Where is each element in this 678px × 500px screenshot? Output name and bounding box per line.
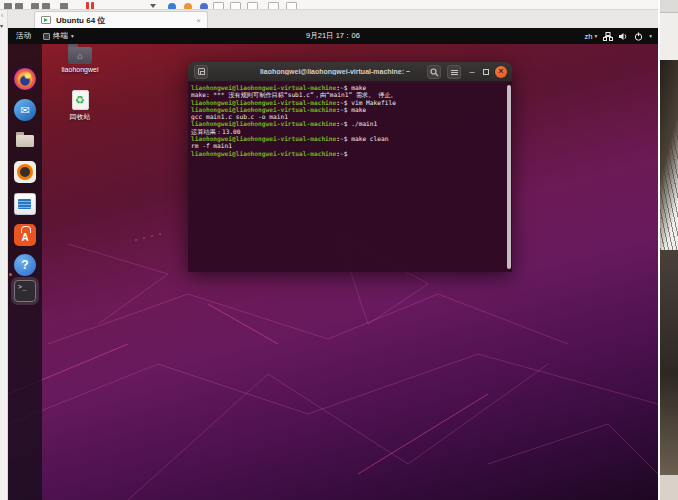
dock-item-thunderbird-icon[interactable] — [14, 99, 36, 121]
input-language-indicator[interactable]: zh ▾ — [585, 32, 598, 41]
terminal-body[interactable]: liaohongwei@liaohongwei-virtual-machine:… — [188, 82, 512, 272]
new-tab-button[interactable] — [194, 65, 208, 79]
desktop-icon-label: 回收站 — [52, 112, 108, 122]
terminal-line: liaohongwei@liaohongwei-virtual-machine:… — [191, 106, 502, 113]
screen: ‹ ▾ Ubuntu 64 位 × — [0, 0, 678, 500]
vm-screen: 活动 终端 ▾ 9月21日 17：06 zh ▾ — [8, 28, 658, 500]
minimize-button[interactable]: – — [467, 69, 477, 75]
toolbar-icon[interactable] — [42, 3, 50, 10]
terminal-line: rm -f main1 — [191, 142, 502, 149]
host-wallpaper-strip — [658, 0, 678, 500]
tab-ubuntu-64[interactable]: Ubuntu 64 位 × — [34, 11, 208, 28]
clock-label: 9月21日 17：06 — [306, 31, 360, 40]
layout-icon[interactable] — [213, 2, 224, 10]
dock-item-software-icon[interactable] — [14, 224, 36, 246]
dock-item-files-icon[interactable] — [14, 129, 36, 151]
gnome-top-bar: 活动 终端 ▾ 9月21日 17：06 zh ▾ — [8, 28, 658, 44]
toolbar-icon[interactable] — [15, 3, 23, 10]
hamburger-menu-icon — [450, 68, 459, 77]
terminal-app-icon — [43, 33, 50, 40]
toolbar-icon[interactable] — [31, 3, 39, 10]
terminal-line: gcc main1.c sub.c -o main1 — [191, 113, 502, 120]
running-indicator-dot — [9, 273, 12, 276]
vmware-side-strip: ‹ ▾ — [0, 10, 8, 500]
caret-down-icon: ▾ — [594, 33, 597, 39]
dock-item-terminal-icon[interactable] — [14, 280, 36, 302]
tab-title: Ubuntu 64 位 — [56, 15, 105, 26]
terminal-line: liaohongwei@liaohongwei-virtual-machine:… — [191, 99, 502, 106]
tab-close-icon[interactable]: × — [196, 16, 201, 25]
photo-light-region — [660, 475, 678, 500]
home-folder-icon — [67, 44, 93, 64]
app-menu-label: 终端 — [53, 31, 68, 41]
vmware-toolbar — [0, 0, 658, 10]
pause-icon[interactable] — [91, 2, 94, 10]
fullscreen-icon[interactable] — [268, 2, 279, 10]
network-icon — [603, 32, 613, 41]
vm-monitor-icon — [41, 16, 51, 24]
search-button[interactable] — [427, 65, 441, 79]
layout-icon[interactable] — [247, 2, 258, 10]
toolbar-icon[interactable] — [184, 3, 192, 10]
layout-icon[interactable] — [230, 2, 241, 10]
trash-icon — [72, 90, 89, 110]
toolbar-icon[interactable] — [168, 3, 176, 10]
terminal-line: 运算结果：13.00 — [191, 128, 502, 135]
photo-dark-region — [660, 250, 678, 475]
terminal-scrollbar[interactable] — [507, 85, 511, 269]
dock-item-rhythmbox-icon[interactable] — [14, 161, 36, 183]
dock — [8, 44, 42, 500]
caret-down-icon[interactable]: ▾ — [0, 22, 3, 29]
menu-button[interactable] — [447, 65, 461, 79]
dock-item-firefox-icon[interactable] — [14, 68, 36, 90]
caret-down-icon[interactable] — [150, 4, 156, 8]
scroll-left-icon[interactable]: ‹ — [1, 12, 3, 19]
terminal-line: liaohongwei@liaohongwei-virtual-machine:… — [191, 150, 502, 157]
desktop-icon-home-folder[interactable]: liaohongwei — [52, 44, 108, 73]
dock-item-help-icon[interactable] — [14, 254, 36, 276]
app-menu-terminal[interactable]: 终端 ▾ — [37, 28, 80, 44]
clock[interactable]: 9月21日 17：06 — [8, 31, 658, 41]
dock-item-writer-icon[interactable] — [14, 193, 36, 215]
power-icon — [634, 32, 643, 41]
terminal-line: make: *** 没有规则可制作目标“sub1.c”，由“main1” 需求。… — [191, 91, 502, 98]
terminal-titlebar[interactable]: liaohongwei@liaohongwei-virtual-machine:… — [188, 62, 512, 82]
pause-icon[interactable] — [86, 2, 89, 10]
terminal-line: liaohongwei@liaohongwei-virtual-machine:… — [191, 120, 502, 127]
desktop-icon-trash[interactable]: 回收站 — [52, 90, 108, 122]
host-window-edge — [660, 0, 678, 13]
new-tab-icon — [198, 68, 205, 75]
maximize-button[interactable] — [483, 69, 489, 75]
search-icon — [430, 68, 439, 77]
terminal-window: liaohongwei@liaohongwei-virtual-machine:… — [188, 62, 512, 272]
toolbar-icon[interactable] — [60, 3, 68, 10]
toolbar-icon[interactable] — [200, 3, 208, 10]
caret-down-icon: ▾ — [649, 33, 652, 39]
terminal-line: liaohongwei@liaohongwei-virtual-machine:… — [191, 135, 502, 142]
photo-hair-region — [660, 60, 678, 250]
terminal-window-title: liaohongwei@liaohongwei-virtual-machine:… — [248, 68, 422, 75]
window-controls: – × — [427, 62, 507, 82]
activities-label: 活动 — [16, 31, 31, 41]
language-label: zh — [585, 32, 593, 41]
terminal-line: liaohongwei@liaohongwei-virtual-machine:… — [191, 84, 502, 91]
volume-icon — [619, 32, 628, 41]
activities-button[interactable]: 活动 — [10, 28, 37, 44]
desktop-icon-label: liaohongwei — [52, 66, 108, 73]
unity-icon[interactable] — [286, 2, 297, 10]
toolbar-icon[interactable] — [4, 3, 12, 10]
vmware-tab-bar: Ubuntu 64 位 × — [8, 10, 658, 28]
close-button[interactable]: × — [495, 66, 507, 78]
caret-down-icon: ▾ — [71, 33, 74, 39]
system-tray[interactable]: zh ▾ — [585, 28, 656, 44]
